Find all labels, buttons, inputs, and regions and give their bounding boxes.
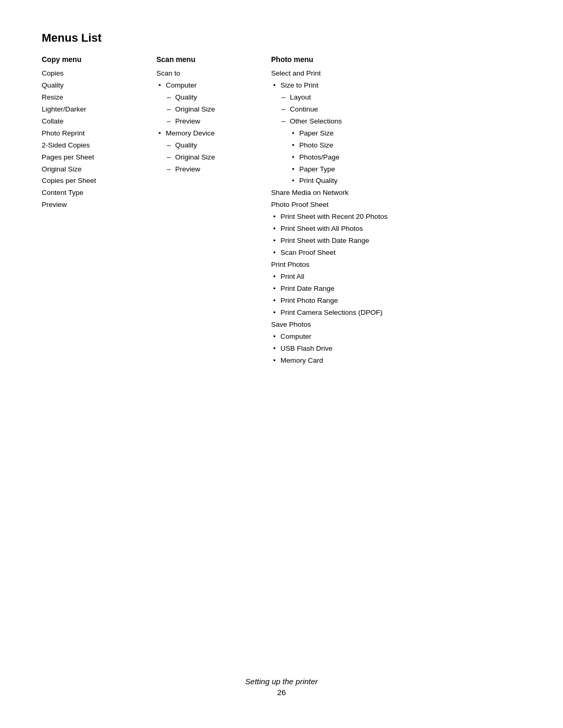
photo-print-photos: Print Photos xyxy=(271,259,469,271)
page-footer: Setting up the printer 26 xyxy=(0,677,563,697)
copy-item-copies-per-sheet: Copies per Sheet xyxy=(42,175,146,187)
scan-memory-preview: Preview xyxy=(156,164,261,176)
photo-print-photo-range: Print Photo Range xyxy=(271,295,469,307)
photo-print-sheet-date-range: Print Sheet with Date Range xyxy=(271,235,469,247)
photo-proof-sheet: Photo Proof Sheet xyxy=(271,199,469,211)
photo-paper-size: Paper Size xyxy=(271,128,469,140)
photo-print-date-range: Print Date Range xyxy=(271,283,469,295)
copy-item-lighter-darker: Lighter/Darker xyxy=(42,104,146,116)
scan-computer-preview: Preview xyxy=(156,116,261,128)
page-title: Menus List xyxy=(42,31,521,45)
scan-computer-original-size: Original Size xyxy=(156,104,261,116)
copy-item-quality: Quality xyxy=(42,80,146,92)
photo-print-quality: Print Quality xyxy=(271,175,469,187)
photo-photo-size: Photo Size xyxy=(271,140,469,152)
copy-item-copies: Copies xyxy=(42,68,146,80)
copy-item-content-type: Content Type xyxy=(42,187,146,199)
photo-size-to-print: Size to Print xyxy=(271,80,469,92)
photo-select-and-print: Select and Print xyxy=(271,68,469,80)
copy-item-2sided: 2-Sided Copies xyxy=(42,140,146,152)
copy-item-resize: Resize xyxy=(42,92,146,104)
copy-item-collate: Collate xyxy=(42,116,146,128)
scan-to-label: Scan to xyxy=(156,68,261,80)
scan-memory-original-size: Original Size xyxy=(156,152,261,164)
photo-print-camera-selections: Print Camera Selections (DPOF) xyxy=(271,307,469,319)
page-container: Menus List Copy menu Copies Quality Resi… xyxy=(0,0,563,728)
copy-menu-header: Copy menu xyxy=(42,55,146,64)
scan-memory-device: Memory Device xyxy=(156,128,261,140)
photo-menu-header: Photo menu xyxy=(271,55,469,64)
photo-print-sheet-recent20: Print Sheet with Recent 20 Photos xyxy=(271,211,469,223)
photo-save-photos: Save Photos xyxy=(271,319,469,331)
scan-memory-quality: Quality xyxy=(156,140,261,152)
copy-menu-column: Copy menu Copies Quality Resize Lighter/… xyxy=(42,55,156,366)
footer-label: Setting up the printer xyxy=(0,677,563,686)
copy-item-photo-reprint: Photo Reprint xyxy=(42,128,146,140)
menus-grid: Copy menu Copies Quality Resize Lighter/… xyxy=(42,55,521,366)
photo-paper-type: Paper Type xyxy=(271,164,469,176)
copy-item-preview: Preview xyxy=(42,199,146,211)
scan-menu-column: Scan menu Scan to Computer Quality Origi… xyxy=(156,55,271,366)
scan-menu-header: Scan menu xyxy=(156,55,261,64)
photo-photos-page: Photos/Page xyxy=(271,152,469,164)
photo-print-sheet-all: Print Sheet with All Photos xyxy=(271,223,469,235)
scan-computer: Computer xyxy=(156,80,261,92)
photo-continue: Continue xyxy=(271,104,469,116)
photo-scan-proof-sheet: Scan Proof Sheet xyxy=(271,247,469,259)
photo-layout: Layout xyxy=(271,92,469,104)
photo-save-computer: Computer xyxy=(271,331,469,343)
copy-item-pages-per-sheet: Pages per Sheet xyxy=(42,152,146,164)
photo-menu-column: Photo menu Select and Print Size to Prin… xyxy=(271,55,480,366)
photo-other-selections: Other Selections xyxy=(271,116,469,128)
copy-item-original-size: Original Size xyxy=(42,164,146,176)
scan-computer-quality: Quality xyxy=(156,92,261,104)
photo-print-all: Print All xyxy=(271,271,469,283)
footer-page-number: 26 xyxy=(0,688,563,697)
photo-save-usb: USB Flash Drive xyxy=(271,343,469,355)
photo-share-media: Share Media on Network xyxy=(271,187,469,199)
photo-save-memory-card: Memory Card xyxy=(271,355,469,367)
